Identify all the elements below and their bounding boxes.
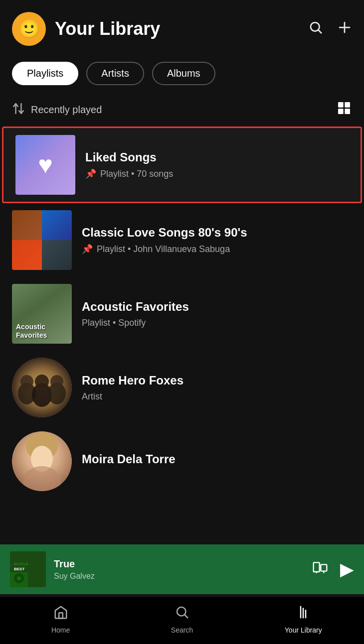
filter-tab-albums[interactable]: Albums — [152, 62, 215, 85]
list-item[interactable]: ♥ Liked Songs 📌 Playlist • 70 songs — [2, 127, 362, 203]
svg-rect-28 — [321, 564, 327, 571]
mini-player-track: True — [54, 558, 312, 570]
svg-point-32 — [177, 607, 186, 616]
mini-player-artist: Suy Galvez — [54, 572, 312, 581]
header: 🙂 Your Library — [0, 0, 364, 54]
svg-point-16 — [50, 375, 63, 388]
device-connect-icon[interactable] — [312, 560, 328, 579]
liked-songs-thumb: ♥ — [15, 135, 75, 195]
moira-dela-torre-title: Moira Dela Torre — [82, 452, 352, 466]
moira-dela-torre-thumb — [12, 431, 72, 491]
mini-player-controls: ▶ — [312, 559, 354, 580]
home-icon — [53, 605, 68, 623]
svg-point-12 — [20, 375, 33, 388]
list-item[interactable]: Moira Dela Torre — [0, 424, 364, 498]
liked-songs-title: Liked Songs — [85, 150, 349, 164]
play-button[interactable]: ▶ — [340, 559, 354, 580]
list-item[interactable]: Rome Hero Foxes Artist — [0, 351, 364, 424]
sort-bar: Recently played — [0, 95, 364, 127]
svg-text:BEST: BEST — [14, 567, 24, 571]
page-title: Your Library — [55, 18, 308, 39]
library-list: ♥ Liked Songs 📌 Playlist • 70 songs Clas… — [0, 127, 364, 498]
mini-player-album-art: BOSSA BEST — [10, 551, 46, 587]
filter-tab-playlists[interactable]: Playlists — [12, 62, 78, 85]
mini-player[interactable]: BOSSA BEST True Suy Galvez ▶ — [0, 544, 364, 594]
rome-hero-foxes-subtitle: Artist — [82, 391, 352, 402]
avatar[interactable]: 🙂 — [12, 12, 46, 46]
library-icon — [296, 605, 311, 623]
classic-love-songs-title: Classic Love Songs 80's 90's — [82, 226, 352, 240]
acoustic-thumb-label: AcousticFavorites — [16, 323, 47, 340]
acoustic-favorites-thumb: AcousticFavorites — [12, 284, 72, 344]
search-icon[interactable] — [308, 20, 323, 38]
filter-tabs: Playlists Artists Albums — [0, 54, 364, 95]
home-label: Home — [51, 626, 70, 634]
svg-rect-9 — [345, 109, 350, 114]
svg-rect-27 — [314, 562, 320, 572]
heart-icon: ♥ — [38, 150, 53, 179]
sort-label: Recently played — [31, 104, 102, 116]
liked-songs-subtitle: 📌 Playlist • 70 songs — [85, 168, 349, 179]
svg-point-14 — [35, 375, 49, 388]
classic-love-songs-thumb — [12, 210, 72, 270]
nav-item-library[interactable]: Your Library — [273, 605, 333, 634]
rome-hero-foxes-info: Rome Hero Foxes Artist — [82, 374, 352, 402]
rome-hero-foxes-thumb — [12, 358, 72, 417]
search-label: Search — [171, 626, 193, 634]
mini-player-info: True Suy Galvez — [54, 558, 312, 581]
search-nav-icon — [175, 605, 189, 623]
nav-item-search[interactable]: Search — [152, 605, 212, 634]
sort-arrows-icon — [12, 102, 25, 118]
svg-rect-8 — [338, 109, 344, 114]
classic-love-songs-info: Classic Love Songs 80's 90's 📌 Playlist … — [82, 226, 352, 255]
add-icon[interactable] — [337, 20, 352, 38]
library-label: Your Library — [285, 626, 322, 634]
nav-item-home[interactable]: Home — [31, 605, 91, 634]
svg-rect-7 — [345, 102, 350, 108]
moira-dela-torre-info: Moira Dela Torre — [82, 452, 352, 470]
grid-view-icon[interactable] — [336, 100, 352, 120]
filter-tab-artists[interactable]: Artists — [86, 62, 144, 85]
svg-rect-6 — [338, 102, 344, 108]
svg-rect-31 — [59, 613, 63, 618]
svg-line-33 — [185, 615, 187, 618]
liked-songs-info: Liked Songs 📌 Playlist • 70 songs — [85, 150, 349, 179]
pin-icon: 📌 — [85, 168, 96, 179]
list-item[interactable]: Classic Love Songs 80's 90's 📌 Playlist … — [0, 203, 364, 277]
acoustic-favorites-title: Acoustic Favorites — [82, 300, 352, 314]
rome-hero-foxes-title: Rome Hero Foxes — [82, 374, 352, 387]
acoustic-favorites-subtitle: Playlist • Spotify — [82, 318, 352, 328]
svg-text:BOSSA: BOSSA — [14, 562, 28, 566]
acoustic-favorites-info: Acoustic Favorites Playlist • Spotify — [82, 300, 352, 328]
classic-love-songs-subtitle: 📌 Playlist • John Villanueva Sabuga — [82, 244, 352, 255]
list-item[interactable]: AcousticFavorites Acoustic Favorites Pla… — [0, 277, 364, 351]
pin-icon: 📌 — [82, 244, 93, 255]
svg-line-1 — [319, 30, 321, 32]
header-actions — [308, 20, 352, 38]
bottom-nav: Home Search Your Library — [0, 596, 364, 644]
svg-point-26 — [17, 576, 21, 580]
sort-left[interactable]: Recently played — [12, 102, 102, 118]
